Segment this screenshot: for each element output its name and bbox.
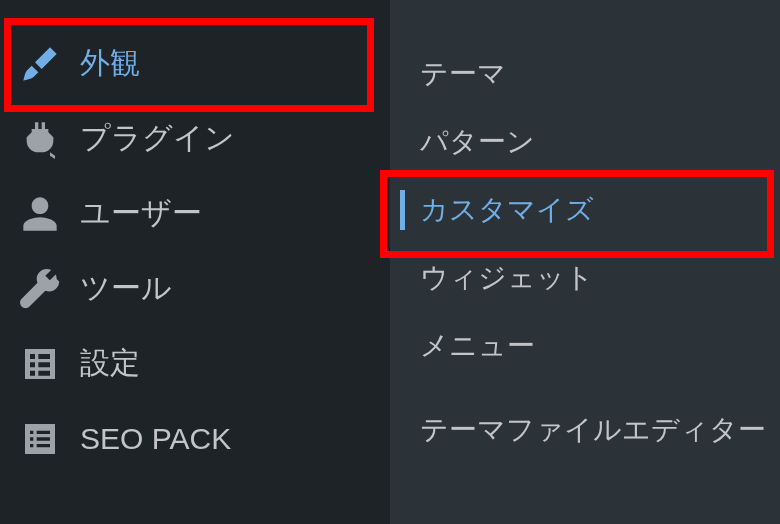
submenu-item-theme-editor[interactable]: テーマファイルエディター bbox=[390, 380, 780, 480]
submenu-item-label: ウィジェット bbox=[420, 259, 594, 297]
appearance-submenu: テーマ パターン カスタマイズ ウィジェット メニュー テーマファイルエディター bbox=[390, 0, 780, 524]
plugin-icon bbox=[18, 117, 62, 161]
admin-sidebar: 外観 プラグイン ユーザー ツール 設定 SEO PACK bbox=[0, 0, 390, 524]
sidebar-item-label: SEO PACK bbox=[80, 422, 231, 456]
submenu-item-label: パターン bbox=[420, 123, 535, 161]
submenu-item-menus[interactable]: メニュー bbox=[390, 312, 780, 380]
sidebar-item-seo-pack[interactable]: SEO PACK bbox=[0, 401, 390, 476]
submenu-item-label: テーマファイルエディター bbox=[420, 411, 766, 449]
wrench-icon bbox=[18, 267, 62, 311]
submenu-item-themes[interactable]: テーマ bbox=[390, 40, 780, 108]
settings-icon bbox=[18, 342, 62, 386]
submenu-item-label: テーマ bbox=[420, 55, 506, 93]
user-icon bbox=[18, 192, 62, 236]
submenu-item-label: カスタマイズ bbox=[420, 191, 594, 229]
list-icon bbox=[18, 417, 62, 461]
submenu-item-patterns[interactable]: パターン bbox=[390, 108, 780, 176]
sidebar-item-label: ツール bbox=[80, 268, 172, 309]
sidebar-item-label: ユーザー bbox=[80, 193, 202, 234]
sidebar-item-appearance[interactable]: 外観 bbox=[0, 26, 390, 101]
sidebar-item-users[interactable]: ユーザー bbox=[0, 176, 390, 251]
submenu-item-widgets[interactable]: ウィジェット bbox=[390, 244, 780, 312]
sidebar-item-label: 外観 bbox=[80, 43, 140, 84]
submenu-item-label: メニュー bbox=[420, 327, 535, 365]
paintbrush-icon bbox=[18, 42, 62, 86]
sidebar-item-settings[interactable]: 設定 bbox=[0, 326, 390, 401]
submenu-item-customize[interactable]: カスタマイズ bbox=[390, 176, 780, 244]
sidebar-item-label: プラグイン bbox=[80, 118, 235, 159]
sidebar-item-tools[interactable]: ツール bbox=[0, 251, 390, 326]
sidebar-item-label: 設定 bbox=[80, 343, 140, 384]
sidebar-item-plugins[interactable]: プラグイン bbox=[0, 101, 390, 176]
